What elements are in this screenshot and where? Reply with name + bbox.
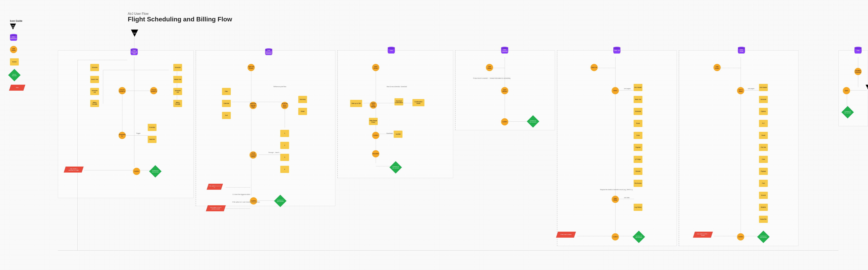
node-label: Select Date Range [370,102,376,108]
node-sq-34[interactable]: Search Info [90,76,99,83]
node-sq-75[interactable]: Fuel [759,180,768,187]
node-label: Data: List [614,50,620,51]
node-note-87[interactable]: if the option is 1 or 2 or 3… [207,184,223,190]
node-circle-29[interactable]: Sort & Select [737,87,744,94]
node-circle-32[interactable]: Open [843,87,850,94]
node-label: Detail [301,111,304,112]
node-sq-49[interactable]: 2 [280,142,289,149]
node-sq-71[interactable]: Route [759,132,768,139]
node-circle-27[interactable]: Confirm [612,233,619,240]
node-label: Sort/Bill [396,133,400,135]
node-sq-68[interactable]: Schedule [759,96,768,103]
node-db-6[interactable]: Data: Detail [738,48,745,54]
node-sq-39[interactable]: Schedule List [173,88,182,95]
node-sq-52[interactable]: Date up to 30d [350,100,362,107]
node-label: Schedule [175,67,181,68]
node-circle-8[interactable]: Open the Screen [248,64,255,71]
node-label: FLT [762,123,765,124]
legend-diamond-icon: End of Scenario [8,69,21,81]
node-circle-17[interactable]: Open Screen [372,64,379,71]
node-note-86[interactable]: User scrolls or searches for a flight [64,167,84,173]
node-sq-67[interactable]: Info Header [759,84,768,91]
node-circle-16[interactable]: Confirm [250,197,257,205]
node-circle-23[interactable]: Confirm [501,118,508,125]
node-circle-11[interactable]: Select the Specific Flight [250,102,257,109]
node-db-5[interactable]: Data: List [613,48,620,54]
node-sq-40[interactable]: Billing Formats [173,100,182,107]
node-note-89[interactable]: if they want to delete [556,232,576,238]
node-sq-54[interactable]: Confirmation Visible [412,99,425,106]
title-block: AirJ User Flow Flight Scheduling and Bil… [128,12,232,23]
node-sq-77[interactable]: Weather [759,204,768,211]
node-circle-9[interactable]: Choose Screen A [119,87,126,94]
node-sq-74[interactable]: Payload [759,168,768,175]
node-circle-21[interactable]: User Action [486,64,493,71]
node-sq-73[interactable]: Crew [759,156,768,163]
node-sq-70[interactable]: FLT [759,120,768,127]
node-sq-63[interactable]: QT Eligib. [633,156,643,163]
node-sq-66[interactable]: Log History [633,204,643,211]
node-sq-45[interactable]: Sort [222,112,231,119]
connector [741,57,741,233]
node-db-4[interactable]: Data: Customer [501,48,508,54]
node-sq-65[interactable]: File Access [633,180,643,187]
node-sq-58[interactable]: Basic Info [633,96,643,103]
node-sq-72[interactable]: Port Info [759,144,768,151]
flow-canvas: AirJ User Flow Flight Scheduling and Bil… [0,0,868,270]
node-sq-48[interactable]: 1 [280,130,289,137]
node-circle-25[interactable]: Select [612,87,619,94]
node-label: 2 [284,145,285,146]
node-circle-26[interactable]: Open Detail [612,196,619,203]
node-db-7[interactable]: Data [855,48,862,54]
node-sq-57[interactable]: Info Header [633,84,643,91]
node-db-1[interactable]: Flight Schedule Data [130,49,138,55]
node-circle-30[interactable]: Confirm [737,233,744,240]
node-db-3[interactable]: Data [388,48,395,54]
node-sq-55[interactable]: Date Range Picker [369,118,378,125]
node-circle-13[interactable]: Scheduled flt. [119,132,126,139]
node-sq-53[interactable]: Download Confirmation [395,98,403,106]
node-sq-36[interactable]: Billing Formats [90,100,99,107]
node-label: if the option is 1 or 2 or 3… [209,185,221,188]
node-sq-41[interactable]: From/Apt [148,124,156,131]
node-sq-42[interactable]: Date/Info [148,136,156,143]
node-sq-59[interactable]: Schedule [633,108,643,115]
node-label: Continue w/ sub-scenario [529,120,537,123]
node-note-88[interactable]: if the option is 4 go to previous screen [206,205,226,211]
node-sq-38[interactable]: Master Info [173,76,182,83]
node-db-2[interactable]: Data Reference Port/Flow [265,49,272,55]
node-sq-43[interactable]: Filter [222,88,231,95]
node-sq-51[interactable]: 4 [280,166,289,173]
node-circle-12[interactable]: Scroll the list to check [281,102,288,109]
node-sq-61[interactable]: Crew [633,132,643,139]
node-note-90[interactable]: User audit & confirm → Accept [693,232,713,238]
node-circle-19[interactable]: Confirm [372,132,379,139]
node-circle-20[interactable]: Reconfirm [372,150,379,157]
node-sq-44[interactable]: Calendar [222,100,231,107]
node-sq-60[interactable]: Route [633,120,643,127]
node-label: Select [613,90,617,91]
node-sq-35[interactable]: Schedule List [90,88,99,95]
node-sq-62[interactable]: Payload [633,144,643,151]
node-label: Info Header [634,87,642,88]
node-sq-69[interactable]: Options [759,108,768,115]
node-sq-76[interactable]: Ground [759,192,768,199]
node-circle-10[interactable]: Choose Screen B [150,87,157,94]
node-label: Continue w/ sub-scenario [392,166,400,169]
node-circle-15[interactable]: Confirm [133,168,140,175]
node-circle-24[interactable]: Open List [590,64,598,71]
node-sq-56[interactable]: Sort/Bill [394,130,402,138]
node-sq-47[interactable]: Detail [298,108,307,115]
node-sq-37[interactable]: Schedule [173,64,182,71]
node-sq-33[interactable]: Schedule [90,64,99,71]
node-circle-28[interactable]: User Action [713,64,721,71]
node-circle-18[interactable]: Select Date Range [370,101,377,109]
node-sq-64[interactable]: Remark [633,168,643,175]
node-sq-50[interactable]: 3 [280,154,289,161]
node-circle-31[interactable]: Modified Schedule [855,68,862,75]
node-circle-14[interactable]: Scroll booking history [250,151,257,158]
node-sq-46[interactable]: Summary [298,96,307,103]
node-circle-22[interactable]: Open Record [501,87,508,94]
node-sq-78[interactable]: Notes/File [759,216,768,223]
node-start-0[interactable]: Start [131,30,138,37]
